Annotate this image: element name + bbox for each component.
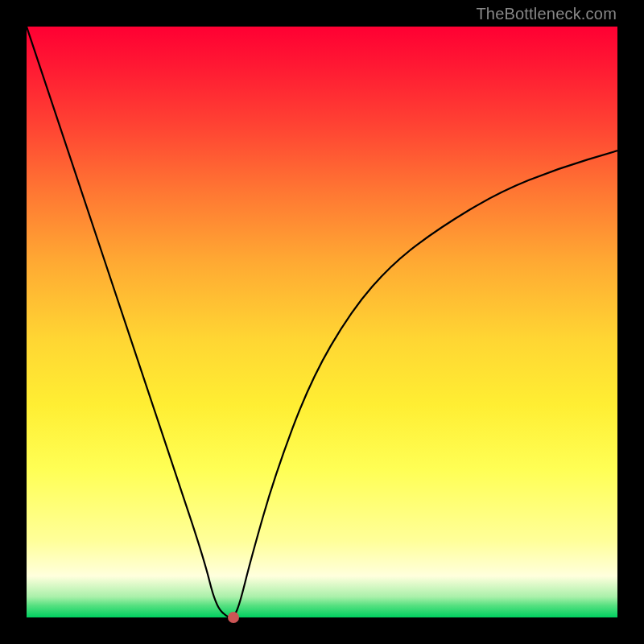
bottleneck-curve	[27, 27, 617, 617]
optimum-marker	[228, 612, 239, 623]
watermark-text: TheBottleneck.com	[476, 5, 617, 23]
